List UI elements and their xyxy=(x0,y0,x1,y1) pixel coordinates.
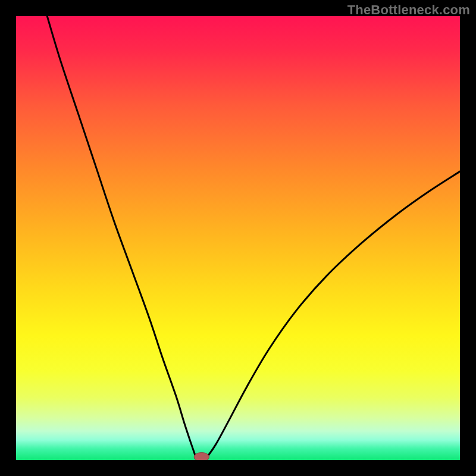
plot-area xyxy=(16,16,460,460)
min-marker xyxy=(194,453,209,460)
outer-frame: TheBottleneck.com xyxy=(0,0,476,476)
chart-svg xyxy=(16,16,460,460)
gradient-background xyxy=(16,16,460,460)
